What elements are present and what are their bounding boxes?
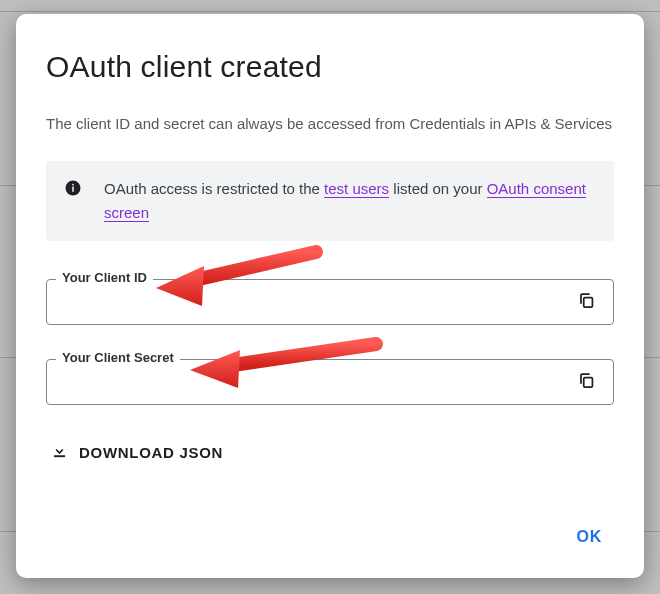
dialog-subtitle: The client ID and secret can always be a… bbox=[46, 112, 614, 135]
download-icon bbox=[50, 441, 69, 464]
client-secret-field-wrap: Your Client Secret bbox=[46, 359, 614, 405]
ok-button[interactable]: OK bbox=[565, 520, 614, 554]
svg-rect-1 bbox=[72, 187, 74, 192]
download-json-label: DOWNLOAD JSON bbox=[79, 444, 223, 461]
notice-text: OAuth access is restricted to the test u… bbox=[104, 177, 596, 225]
svg-rect-3 bbox=[583, 298, 592, 308]
svg-rect-2 bbox=[72, 184, 74, 186]
dialog-footer: OK bbox=[565, 520, 614, 554]
dialog-title: OAuth client created bbox=[46, 50, 614, 84]
client-id-field-wrap: Your Client ID bbox=[46, 279, 614, 325]
svg-rect-5 bbox=[54, 456, 65, 458]
copy-icon bbox=[577, 371, 596, 393]
copy-icon bbox=[577, 291, 596, 313]
client-id-field bbox=[46, 279, 614, 325]
client-id-label: Your Client ID bbox=[56, 270, 153, 285]
info-icon bbox=[64, 179, 82, 201]
copy-client-secret-button[interactable] bbox=[569, 365, 603, 399]
client-secret-field bbox=[46, 359, 614, 405]
copy-client-id-button[interactable] bbox=[569, 285, 603, 319]
client-secret-label: Your Client Secret bbox=[56, 350, 180, 365]
download-json-button[interactable]: DOWNLOAD JSON bbox=[46, 435, 227, 470]
test-users-link[interactable]: test users bbox=[324, 180, 389, 198]
svg-rect-4 bbox=[583, 378, 592, 388]
oauth-created-dialog: OAuth client created The client ID and s… bbox=[16, 14, 644, 578]
restricted-access-notice: OAuth access is restricted to the test u… bbox=[46, 161, 614, 241]
